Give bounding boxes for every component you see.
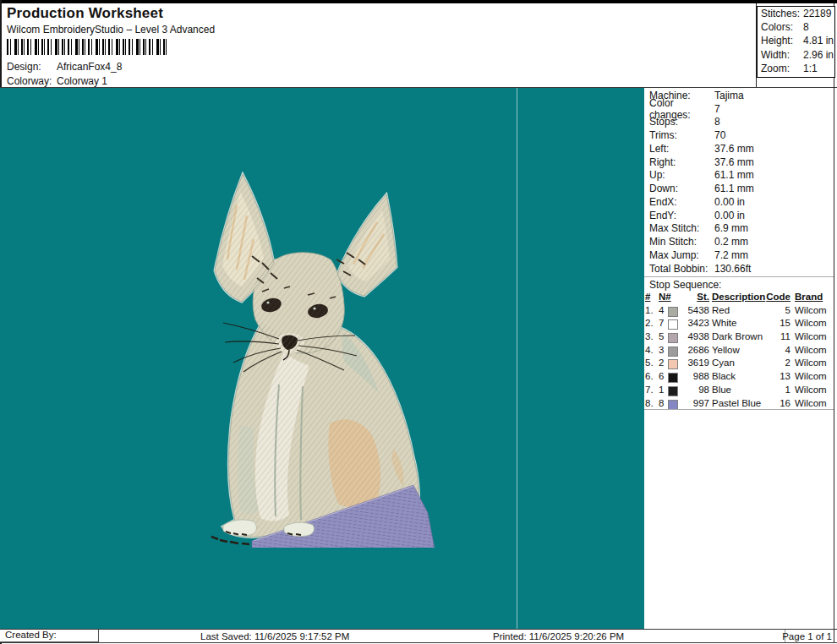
stop-sequence-bottom-line bbox=[644, 409, 834, 410]
thread-color-swatch bbox=[668, 386, 678, 396]
design-canvas bbox=[0, 88, 644, 629]
stop-sequence-row: 8.8997Pastel Blue16Wilcom bbox=[644, 397, 834, 411]
machine-info-row: Trims:70 bbox=[649, 128, 833, 142]
colorway-label: Colorway: bbox=[7, 75, 57, 87]
machine-info-row: Max Stitch:6.9 mm bbox=[649, 222, 833, 236]
page-number: Page 1 of 1 bbox=[782, 631, 832, 641]
printed-text: Printed: 11/6/2025 9:20:26 PM bbox=[493, 631, 624, 641]
design-row: Design:AfricanFox4_8 bbox=[7, 61, 122, 74]
stop-sequence-row: 3.54938Dark Brown11Wilcom bbox=[644, 330, 834, 344]
stop-sequence-separator bbox=[644, 276, 834, 277]
summary-row: Height:4.81 in bbox=[758, 34, 834, 47]
machine-info-row: Min Stitch:0.2 mm bbox=[649, 235, 833, 248]
page-right-border bbox=[834, 3, 834, 643]
stop-sequence-row: 5.23619Cyan2Wilcom bbox=[644, 357, 834, 370]
machine-info-row: Stops:8 bbox=[649, 116, 833, 129]
stop-sequence-row: 1.45438Red5Wilcom bbox=[644, 304, 834, 318]
thread-color-swatch bbox=[668, 400, 678, 410]
thread-color-swatch bbox=[668, 319, 678, 330]
footer-top-line bbox=[0, 629, 837, 630]
machine-info-row: EndX:0.00 in bbox=[649, 195, 833, 209]
stop-sequence-header-row: # N# St. Description Code Brand bbox=[644, 291, 834, 304]
thread-color-swatch bbox=[668, 359, 678, 369]
design-barcode bbox=[7, 39, 167, 55]
embroidery-design-fennec-fox bbox=[203, 172, 444, 548]
machine-info-row: Left:37.6 mm bbox=[649, 142, 833, 156]
design-summary-box: Stitches:22189 Colors:8 Height:4.81 in W… bbox=[757, 6, 835, 78]
page-title: Production Worksheet bbox=[7, 5, 163, 22]
colorway-name: Colorway 1 bbox=[57, 75, 107, 87]
thread-color-swatch bbox=[668, 347, 678, 357]
design-name: AfricanFox4_8 bbox=[57, 61, 122, 73]
stop-sequence-row: 2.73423White15Wilcom bbox=[644, 317, 834, 330]
summary-row: Width:2.96 in bbox=[758, 48, 834, 62]
summary-row: Colors:8 bbox=[758, 20, 834, 34]
last-saved-text: Last Saved: 11/6/2025 9:17:52 PM bbox=[200, 631, 349, 641]
hoop-boundary-line bbox=[517, 88, 517, 629]
thread-color-swatch bbox=[668, 373, 678, 383]
stop-sequence-title: Stop Sequence: bbox=[649, 279, 721, 291]
thread-color-swatch bbox=[668, 307, 678, 317]
colorway-row: Colorway:Colorway 1 bbox=[7, 75, 107, 88]
production-worksheet-page: Production Worksheet Wilcom EmbroiderySt… bbox=[0, 0, 837, 644]
summary-row: Zoom:1:1 bbox=[758, 62, 834, 75]
machine-info-row: Total Bobbin:130.66ft bbox=[649, 262, 833, 276]
created-by-cell: Created By: bbox=[0, 630, 99, 642]
machine-info-row: Right:37.6 mm bbox=[649, 156, 833, 169]
software-name: Wilcom EmbroideryStudio – Level 3 Advanc… bbox=[7, 24, 215, 35]
stop-sequence-row: 7.198Blue1Wilcom bbox=[644, 384, 834, 397]
summary-row: Stitches:22189 bbox=[758, 7, 834, 20]
stop-sequence-row: 6.6988Black13Wilcom bbox=[644, 370, 834, 384]
footer-bottom-line bbox=[0, 642, 837, 643]
machine-info-row: Max Jump:7.2 mm bbox=[649, 248, 833, 262]
machine-info-row: Up:61.1 mm bbox=[649, 169, 833, 183]
machine-info-row: EndY:0.00 in bbox=[649, 209, 833, 222]
stop-sequence-row: 4.32686Yellow4Wilcom bbox=[644, 344, 834, 357]
machine-info-list: Machine:Tajima Color changes:7 Stops:8 T… bbox=[649, 89, 833, 276]
machine-info-row: Down:61.1 mm bbox=[649, 182, 833, 195]
design-label: Design: bbox=[7, 61, 57, 73]
machine-info-row: Color changes:7 bbox=[649, 102, 833, 116]
stop-sequence-table: # N# St. Description Code Brand 1.45438R… bbox=[644, 291, 834, 410]
thread-color-swatch bbox=[668, 333, 678, 343]
page-top-border bbox=[0, 0, 837, 3]
